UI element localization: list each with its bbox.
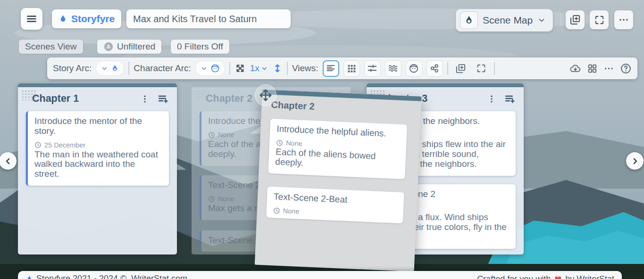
zoom-level-value: 1x: [250, 63, 259, 74]
footer-copyright: Storyfyre 2021 - 2024 ©. WriterStat.com: [25, 274, 187, 279]
duplicate-icon: [455, 63, 466, 74]
toolbar-right-group: [569, 63, 632, 74]
duplicate-map-button[interactable]: [566, 10, 585, 29]
chapter-title: Chapter 1: [32, 93, 140, 105]
help-button[interactable]: [620, 63, 632, 74]
fullscreen-button[interactable]: [590, 10, 609, 29]
filters-count-pill[interactable]: 0 Filters Off: [171, 40, 229, 54]
chevron-down-icon: [101, 65, 108, 72]
chevron-left-icon: [3, 156, 13, 166]
scene-date-text: None: [218, 131, 234, 139]
cloud-download-icon: [569, 63, 581, 74]
toolbar-divider: [229, 62, 230, 75]
view-characters-button[interactable]: [406, 60, 422, 77]
scene-map-toolbar: Story Arc: Character Arc: 1x Views:: [47, 57, 637, 79]
scenes-view-pill[interactable]: Scenes View: [19, 40, 83, 54]
chevron-right-icon: [630, 156, 640, 166]
fullscreen-icon: [476, 63, 486, 74]
kebab-menu-icon[interactable]: [140, 94, 150, 104]
toolbar-more-button[interactable]: [603, 63, 614, 74]
scene-date: None: [273, 207, 396, 220]
column-drag-handle: [195, 90, 210, 100]
view-grid-button[interactable]: [343, 60, 360, 77]
column-color-bar: [18, 83, 177, 87]
toolbar-divider: [494, 62, 495, 75]
apps-grid-button[interactable]: [587, 63, 598, 74]
chevron-down-icon: [537, 16, 546, 25]
scene-date-text: None: [218, 195, 234, 203]
scene-body: The man in the weathered coat walked bac…: [34, 150, 162, 180]
scene-date-text: None: [283, 207, 299, 215]
grid-3x3-icon: [347, 64, 357, 74]
footer-credit-prefix: Crafted for you with: [477, 274, 551, 279]
footer-credit: Crafted for you with ❤ by WriterStat: [477, 274, 614, 279]
scene-card[interactable]: Introduce the mentor of the story. 25 De…: [26, 111, 169, 186]
clock-icon: [208, 196, 215, 203]
grid-2x2-icon: [587, 63, 598, 74]
chapter-column-2-dragging[interactable]: Chapter 2 Introduce the helpful aliens. …: [255, 90, 422, 271]
filter-state-pill[interactable]: Unfiltered: [97, 40, 161, 54]
duplicate-view-button[interactable]: [452, 60, 469, 77]
view-waves-button[interactable]: [385, 60, 401, 77]
scene-map-selector[interactable]: Scene Map: [456, 9, 553, 32]
fullscreen-view-button[interactable]: [473, 60, 490, 77]
relations-icon: [429, 63, 440, 74]
clock-icon: [276, 139, 284, 147]
chapter-column-1: Chapter 1 Introduce the mentor of the st…: [18, 83, 177, 254]
drag-move-handle[interactable]: [255, 84, 276, 106]
fullscreen-icon: [594, 15, 605, 25]
heart-icon: ❤: [554, 274, 561, 279]
scenes-view-label: Scenes View: [25, 41, 77, 52]
hamburger-icon: [25, 13, 38, 25]
scene-date: 25 December: [34, 141, 162, 149]
duplicate-icon: [569, 14, 581, 25]
zoom-level-dropdown[interactable]: 1x: [250, 63, 268, 74]
character-arc-label: Character Arc:: [134, 63, 191, 74]
footer-credit-suffix: by WriterStat: [565, 274, 614, 279]
views-label: Views:: [292, 63, 318, 74]
scroll-right-button[interactable]: [626, 152, 644, 170]
view-relations-button[interactable]: [427, 60, 443, 77]
scene-map-label: Scene Map: [483, 15, 533, 26]
scene-title: Introduce the mentor of the story.: [34, 116, 162, 136]
character-face-icon: [210, 64, 220, 73]
clock-icon: [273, 207, 281, 214]
character-face-icon: [409, 63, 419, 74]
character-arc-dropdown[interactable]: [195, 61, 225, 76]
view-list-button[interactable]: [323, 60, 339, 77]
scene-date-text: None: [286, 140, 302, 148]
toolbar-divider: [447, 62, 448, 75]
cloud-sync-button[interactable]: [569, 63, 581, 74]
vertical-resize-button[interactable]: [272, 63, 283, 74]
column-color-bar: [367, 83, 524, 87]
project-title-field[interactable]: Max and Kits Travel to Saturn: [126, 9, 291, 28]
chevron-down-icon: [201, 65, 208, 72]
footer-copyright-text: Storyfyre 2021 - 2024 ©. WriterStat.com: [36, 274, 187, 279]
toolbar-divider: [128, 62, 129, 75]
story-arc-dropdown[interactable]: [96, 61, 124, 76]
scene-map-flame-badge: [460, 11, 478, 29]
clock-icon: [208, 131, 215, 139]
menu-button[interactable]: [21, 8, 42, 30]
more-options-button[interactable]: [614, 10, 633, 29]
move-cross-icon: [259, 88, 273, 102]
filters-count-label: 0 Filters Off: [177, 41, 223, 52]
add-scene-icon[interactable]: [157, 93, 169, 105]
expand-arrows-icon: [234, 63, 246, 74]
kebab-menu-icon[interactable]: [487, 94, 496, 104]
column-header: Chapter 1: [18, 87, 177, 108]
help-icon: [620, 63, 632, 74]
logo-text: Storyfyre: [71, 13, 115, 25]
scene-card[interactable]: Introduce the helpful aliens. None Each …: [268, 119, 407, 180]
flame-icon: [464, 15, 474, 26]
view-sliders-button[interactable]: [364, 60, 381, 77]
fit-view-button[interactable]: [234, 63, 246, 74]
storyfyre-logo[interactable]: Storyfyre: [52, 9, 121, 28]
ellipsis-icon: [603, 63, 614, 74]
scene-body: Each of the aliens bowed deeply.: [275, 148, 400, 172]
scene-card[interactable]: Text-Scene 2-Beat None: [266, 187, 404, 224]
ellipsis-icon: [618, 14, 629, 25]
column-drag-handle[interactable]: [21, 90, 36, 100]
arrows-vertical-icon: [272, 63, 283, 74]
add-scene-icon[interactable]: [504, 93, 516, 105]
